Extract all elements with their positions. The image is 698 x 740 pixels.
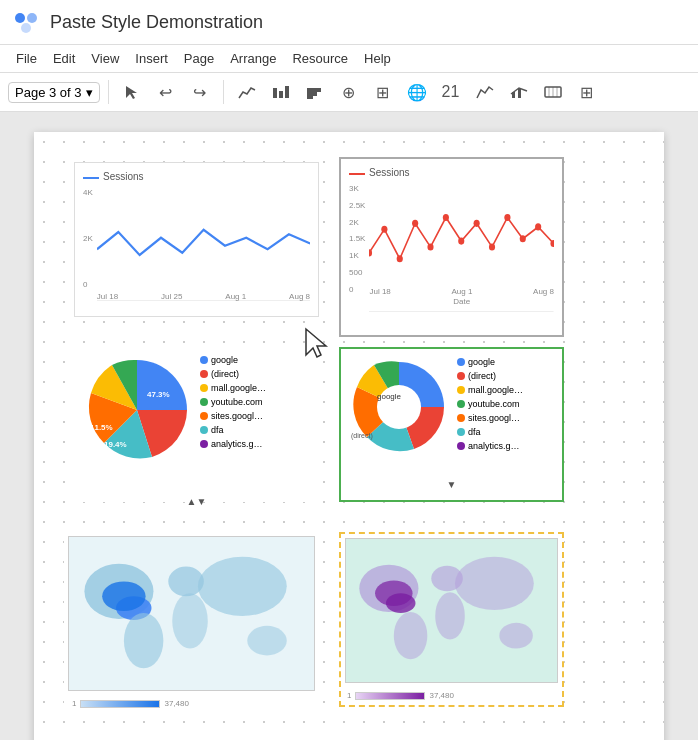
undo-btn[interactable]: ↩	[151, 77, 181, 107]
number-btn[interactable]: 21	[436, 77, 466, 107]
donut-center-google: google	[377, 392, 401, 402]
canvas-area[interactable]: Sessions 4K 2K 0 Jul 18 Jul 25 Aug	[0, 112, 698, 740]
slide: Sessions 4K 2K 0 Jul 18 Jul 25 Aug	[34, 132, 664, 740]
legend-youtube-2: youtube.com	[457, 399, 523, 409]
line-chart-btn[interactable]	[232, 77, 262, 107]
donut-label-direct: (direct)	[351, 432, 373, 439]
x-label-jul25: Jul 25	[161, 292, 182, 301]
svg-point-0	[15, 13, 25, 23]
app-title: Paste Style Demonstration	[50, 12, 263, 33]
menu-arrange[interactable]: Arrange	[222, 47, 284, 70]
svg-point-24	[474, 220, 480, 227]
combo-chart-btn[interactable]	[504, 77, 534, 107]
svg-point-47	[375, 580, 412, 606]
toolbar: Page 3 of 3 ▾ ↩ ↪ ⊕ ⊞ 🌐 21 ⊞	[0, 73, 698, 112]
title-bar: Paste Style Demonstration	[0, 0, 698, 45]
legend-google-1: google	[200, 355, 266, 365]
svg-point-22	[443, 214, 449, 221]
menu-file[interactable]: File	[8, 47, 45, 70]
pie1-label-115: 11.5%	[90, 423, 113, 432]
legend-google-2: google	[457, 357, 523, 367]
area-chart-btn[interactable]	[470, 77, 500, 107]
table-btn[interactable]: ⊞	[368, 77, 398, 107]
geo-chart-btn[interactable]	[538, 77, 568, 107]
x-label-aug1: Aug 1	[225, 292, 246, 301]
line-chart-2[interactable]: Sessions 3K 2.5K 2K 1.5K 1K 500 0	[339, 157, 564, 337]
scroll-arrows-2[interactable]: ▼	[349, 479, 554, 490]
scroll-arrows-1[interactable]: ▲▼	[82, 496, 311, 507]
pie-chart-1[interactable]: 11.5% 19.4% 47.3% google (direct) mall.g…	[74, 347, 319, 502]
line-chart-1[interactable]: Sessions 4K 2K 0 Jul 18 Jul 25 Aug	[74, 162, 319, 317]
page-selector[interactable]: Page 3 of 3 ▾	[8, 82, 100, 103]
y2-500: 500	[349, 268, 365, 277]
menu-insert[interactable]: Insert	[127, 47, 176, 70]
svg-point-35	[168, 567, 204, 597]
toolbar-separator	[108, 80, 109, 104]
y-axis-label-2k: 2K	[83, 234, 93, 243]
svg-point-23	[459, 238, 465, 245]
y2-25k: 2.5K	[349, 201, 365, 210]
menu-resource[interactable]: Resource	[284, 47, 356, 70]
map1-min: 1	[72, 699, 76, 708]
svg-point-25	[489, 243, 495, 250]
x2-aug8: Aug 8	[533, 287, 554, 296]
cursor-tool-btn[interactable]	[117, 77, 147, 107]
svg-rect-11	[518, 89, 521, 98]
svg-point-46	[499, 623, 533, 649]
legend-youtube-1: youtube.com	[200, 397, 266, 407]
legend-dfa-1: dfa	[200, 425, 266, 435]
svg-rect-7	[307, 92, 317, 96]
legend-dfa-2: dfa	[457, 427, 523, 437]
pie-chart-btn[interactable]: ⊕	[334, 77, 364, 107]
svg-rect-9	[307, 96, 313, 99]
pie1-label-194: 19.4%	[104, 440, 127, 449]
svg-point-39	[102, 581, 145, 611]
bar-chart-btn[interactable]	[266, 77, 296, 107]
svg-point-2	[21, 23, 31, 33]
y-axis-label-0: 0	[83, 280, 93, 289]
column-chart-btn[interactable]	[300, 77, 330, 107]
map2-min: 1	[347, 691, 351, 700]
svg-marker-3	[126, 86, 137, 99]
legend-direct-2: (direct)	[457, 371, 523, 381]
y-axis-label-4k: 4K	[83, 188, 93, 197]
svg-point-44	[435, 592, 465, 639]
svg-point-21	[428, 243, 434, 250]
page-selector-label: Page 3 of 3	[15, 85, 82, 100]
menu-help[interactable]: Help	[356, 47, 399, 70]
toolbar-separator-2	[223, 80, 224, 104]
pie-chart-2[interactable]: google (direct) google (direct) mall.goo…	[339, 347, 564, 502]
legend-analytics-2: analytics.g…	[457, 441, 523, 451]
legend-mall-1: mall.google…	[200, 383, 266, 393]
legend-sites-2: sites.googl…	[457, 413, 523, 423]
x-label-aug8: Aug 8	[289, 292, 310, 301]
svg-point-36	[172, 593, 208, 648]
y2-3k: 3K	[349, 184, 365, 193]
svg-point-20	[413, 220, 419, 227]
svg-rect-4	[273, 88, 277, 98]
svg-point-19	[397, 255, 403, 262]
svg-point-26	[505, 214, 511, 221]
menu-edit[interactable]: Edit	[45, 47, 83, 70]
svg-point-1	[27, 13, 37, 23]
svg-point-27	[520, 235, 526, 242]
svg-rect-8	[307, 88, 321, 92]
line-chart-1-title: Sessions	[103, 171, 144, 182]
legend-mall-2: mall.google…	[457, 385, 523, 395]
geo-chart-1[interactable]: 1 37,480	[64, 532, 319, 707]
x-label-jul18: Jul 18	[97, 292, 118, 301]
redo-btn[interactable]: ↪	[185, 77, 215, 107]
line-chart-2-title: Sessions	[369, 167, 410, 178]
menu-page[interactable]: Page	[176, 47, 222, 70]
svg-rect-5	[279, 91, 283, 98]
y2-1k: 1K	[349, 251, 365, 260]
menu-bar: File Edit View Insert Page Arrange Resou…	[0, 45, 698, 73]
svg-point-42	[394, 612, 428, 659]
menu-view[interactable]: View	[83, 47, 127, 70]
grid-btn[interactable]: ⊞	[572, 77, 602, 107]
geo-chart-2[interactable]: 1 37,480	[339, 532, 564, 707]
y2-15k: 1.5K	[349, 234, 365, 243]
pie1-label-473: 47.3%	[147, 390, 170, 399]
svg-point-18	[382, 226, 388, 233]
globe-btn[interactable]: 🌐	[402, 77, 432, 107]
